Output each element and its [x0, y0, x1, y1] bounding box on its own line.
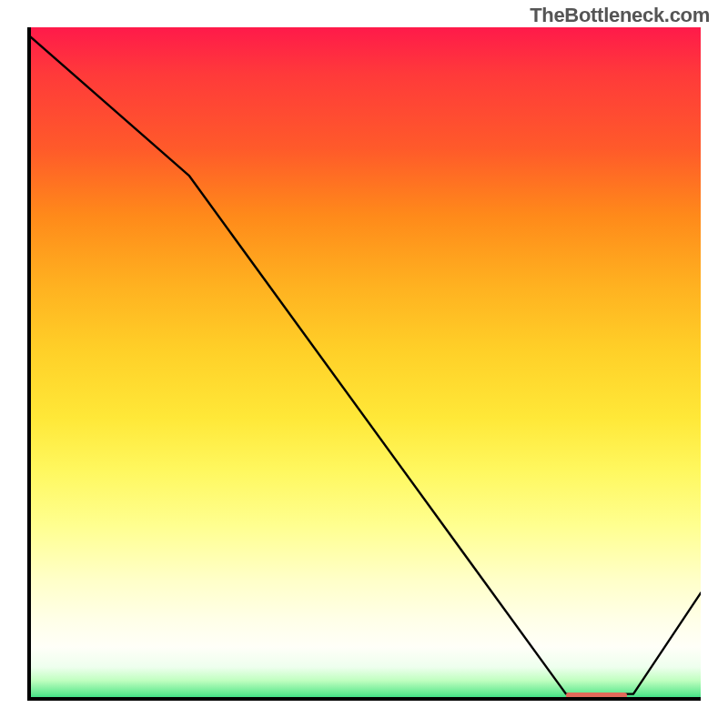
chart-container: TheBottleneck.com [0, 0, 728, 728]
data-line [27, 34, 701, 693]
attribution-text: TheBottleneck.com [530, 4, 710, 27]
highlight-marker [566, 693, 627, 699]
plot-area [27, 27, 701, 701]
line-plot-svg [27, 27, 701, 701]
